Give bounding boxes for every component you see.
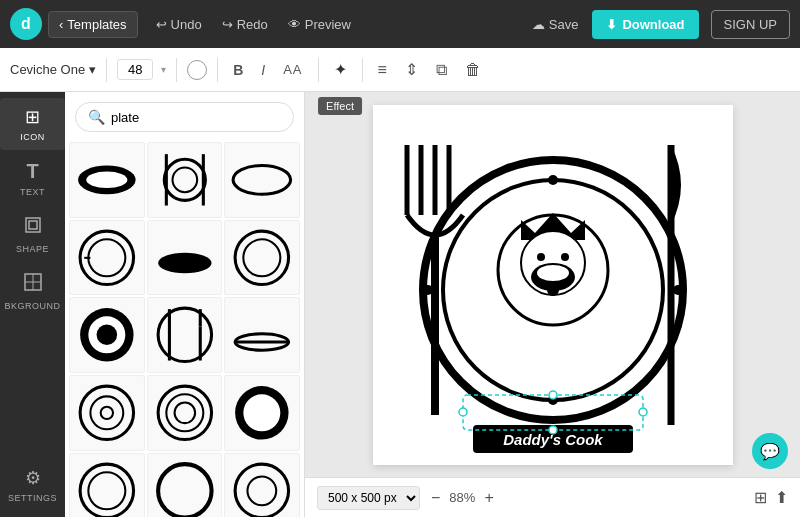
- signup-button[interactable]: SIGN UP: [711, 10, 790, 39]
- list-item[interactable]: [147, 375, 223, 451]
- zoom-out-button[interactable]: −: [428, 489, 443, 507]
- effect-tooltip: Effect: [318, 97, 362, 115]
- svg-point-22: [158, 308, 211, 361]
- svg-point-33: [174, 403, 195, 424]
- delete-button[interactable]: 🗑: [460, 57, 486, 83]
- text-nav-icon: T: [26, 160, 38, 183]
- divider-2: [176, 58, 177, 82]
- zoom-in-button[interactable]: +: [481, 489, 496, 507]
- toolbar: Ceviche One ▾ ▾ B I AA ✦ Effect ≡ ⇕ ⧉ 🗑: [0, 48, 800, 92]
- list-item[interactable]: [224, 142, 300, 218]
- bold-button[interactable]: B: [228, 58, 248, 82]
- sidebar-item-settings[interactable]: ⚙ SETTINGS: [0, 459, 65, 511]
- icons-grid: [65, 142, 304, 517]
- download-icon: ⬇: [606, 17, 617, 32]
- zoom-controls: − 88% +: [428, 489, 497, 507]
- list-item[interactable]: [224, 375, 300, 451]
- size-select[interactable]: 500 x 500 px: [317, 486, 420, 510]
- back-arrow-icon: ‹: [59, 17, 63, 32]
- svg-point-30: [101, 407, 113, 419]
- align-button[interactable]: ⬆: [775, 488, 788, 507]
- svg-point-39: [235, 464, 288, 517]
- zoom-level: 88%: [449, 490, 475, 505]
- spacing-button[interactable]: ⇕: [400, 56, 423, 83]
- sidebar-item-icon[interactable]: ⊞ ICON: [0, 98, 65, 150]
- svg-point-67: [673, 285, 683, 295]
- list-item[interactable]: [147, 220, 223, 296]
- svg-point-38: [158, 464, 211, 517]
- preview-button[interactable]: 👁 Preview: [280, 12, 359, 37]
- list-item[interactable]: [69, 375, 145, 451]
- divider-4: [318, 58, 319, 82]
- canvas-container: Daddy's Cook: [305, 92, 800, 477]
- svg-point-64: [548, 175, 558, 185]
- sidebar-item-bkground[interactable]: BKGROUND: [0, 264, 65, 319]
- svg-point-29: [90, 396, 123, 429]
- redo-button[interactable]: ↪ Redo: [214, 12, 276, 37]
- list-item[interactable]: [224, 453, 300, 517]
- svg-rect-0: [26, 218, 40, 232]
- list-item[interactable]: [147, 297, 223, 373]
- italic-button[interactable]: I: [256, 58, 270, 82]
- svg-point-14: [88, 239, 125, 276]
- svg-point-69: [459, 408, 467, 416]
- list-item[interactable]: [69, 297, 145, 373]
- svg-rect-1: [29, 221, 37, 229]
- chevron-down-icon: ▾: [89, 62, 96, 77]
- aa-button[interactable]: AA: [278, 58, 307, 81]
- svg-point-32: [166, 394, 203, 431]
- canvas-area: Daddy's Cook 500 x 500 px: [305, 92, 800, 517]
- svg-point-12: [233, 165, 291, 194]
- eye-icon: 👁: [288, 17, 301, 32]
- chat-button[interactable]: 💬: [752, 433, 788, 469]
- templates-button[interactable]: ‹ Templates: [48, 11, 138, 38]
- list-item[interactable]: [147, 142, 223, 218]
- save-button[interactable]: ☁ Save: [524, 12, 587, 37]
- header: d ‹ Templates ↩ Undo ↪ Redo 👁 Preview ☁ …: [0, 0, 800, 48]
- svg-point-8: [164, 159, 205, 200]
- divider-1: [106, 58, 107, 82]
- svg-point-18: [244, 239, 281, 276]
- grid-button[interactable]: ⊞: [754, 488, 767, 507]
- undo-icon: ↩: [156, 17, 167, 32]
- panel: 🔍: [65, 92, 305, 517]
- svg-point-35: [244, 394, 281, 431]
- font-selector[interactable]: Ceviche One ▾: [10, 62, 96, 77]
- list-item[interactable]: [69, 142, 145, 218]
- main-layout: ⊞ ICON T TEXT SHAPE BKGROUND ⚙ SETTINGS …: [0, 92, 800, 517]
- svg-point-66: [423, 285, 433, 295]
- canvas-white[interactable]: Daddy's Cook: [373, 105, 733, 465]
- svg-point-28: [80, 386, 133, 439]
- svg-point-60: [537, 265, 569, 281]
- sidebar-item-shape[interactable]: SHAPE: [0, 207, 65, 262]
- sidebar-nav: ⊞ ICON T TEXT SHAPE BKGROUND ⚙ SETTINGS: [0, 92, 65, 517]
- search-icon: 🔍: [88, 109, 105, 125]
- download-button[interactable]: ⬇ Download: [592, 10, 698, 39]
- icon-nav-icon: ⊞: [25, 106, 40, 128]
- list-button[interactable]: ≡: [373, 57, 392, 83]
- effect-button[interactable]: ✦: [329, 56, 352, 83]
- undo-button[interactable]: ↩ Undo: [148, 12, 210, 37]
- list-item[interactable]: [69, 220, 145, 296]
- font-color-picker[interactable]: [187, 60, 207, 80]
- sidebar-item-text[interactable]: T TEXT: [0, 152, 65, 205]
- list-item[interactable]: [147, 453, 223, 517]
- logo: d: [10, 8, 42, 40]
- svg-point-16: [158, 252, 211, 273]
- divider-5: [362, 58, 363, 82]
- search-input[interactable]: [111, 110, 281, 125]
- svg-point-57: [537, 253, 545, 261]
- font-size-input[interactable]: [117, 59, 153, 80]
- cloud-icon: ☁: [532, 17, 545, 32]
- list-item[interactable]: [69, 453, 145, 517]
- header-actions: ↩ Undo ↪ Redo 👁 Preview: [148, 12, 359, 37]
- list-item[interactable]: [224, 297, 300, 373]
- svg-point-61: [547, 284, 559, 296]
- svg-point-72: [549, 426, 557, 434]
- shape-nav-icon: [23, 215, 43, 240]
- svg-point-37: [88, 472, 125, 509]
- duplicate-button[interactable]: ⧉: [431, 57, 452, 83]
- svg-point-21: [97, 325, 118, 346]
- list-item[interactable]: [224, 220, 300, 296]
- svg-point-9: [172, 168, 197, 193]
